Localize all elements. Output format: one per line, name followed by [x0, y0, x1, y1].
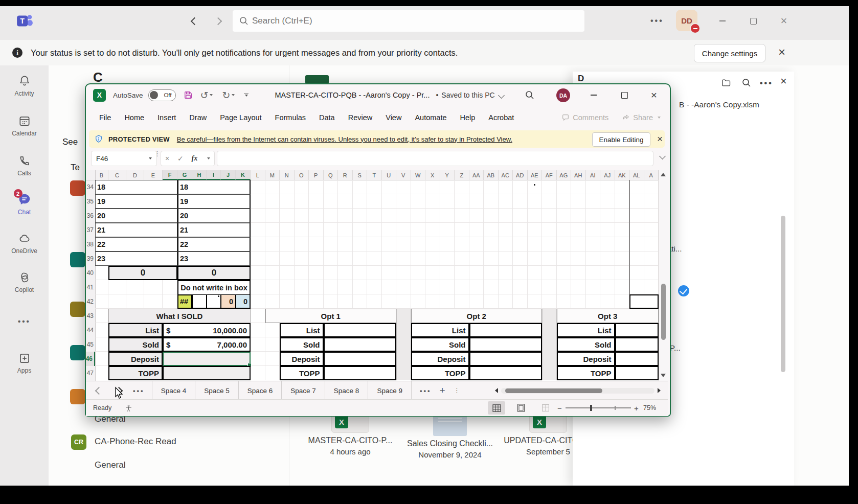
panel-scrollbar[interactable]: [781, 216, 785, 372]
cell-W46[interactable]: Deposit: [411, 352, 469, 366]
cell-N47[interactable]: TOPP: [280, 366, 324, 380]
cancel-icon[interactable]: ×: [165, 154, 169, 163]
column-header-O[interactable]: O: [295, 170, 309, 180]
row-header-44[interactable]: 44: [86, 323, 95, 337]
row-header-37[interactable]: 37: [86, 223, 95, 237]
sheet-menu-handle[interactable]: ⋮: [454, 388, 460, 393]
excel-maximize-button[interactable]: [617, 87, 632, 103]
cell-C46[interactable]: Deposit: [108, 352, 163, 366]
cell-N46[interactable]: Deposit: [280, 352, 324, 366]
sidebar-item-calls[interactable]: Calls: [0, 154, 49, 177]
undo-button[interactable]: ↺: [200, 89, 213, 101]
cell-AL42[interactable]: [629, 294, 659, 309]
column-header-J[interactable]: J: [221, 170, 236, 180]
row-header-42[interactable]: 42: [86, 294, 95, 309]
ribbon-tab-draw[interactable]: Draw: [189, 113, 207, 122]
column-header-AG[interactable]: AG: [557, 170, 572, 180]
name-box-handle[interactable]: ⋮: [154, 152, 161, 156]
panel-close-icon[interactable]: ×: [780, 76, 787, 87]
scroll-down-icon[interactable]: [661, 374, 666, 377]
column-header-I[interactable]: I: [207, 170, 221, 180]
more-options-button[interactable]: •••: [650, 16, 664, 26]
save-icon[interactable]: [183, 90, 193, 100]
name-box[interactable]: F46: [91, 151, 157, 166]
saved-location[interactable]: Saved to this PC: [441, 91, 494, 99]
cell-AK44[interactable]: [615, 323, 659, 337]
cell-AA46[interactable]: [469, 352, 543, 366]
channel-avatar[interactable]: [70, 345, 85, 360]
ribbon-tab-file[interactable]: File: [99, 113, 111, 122]
cell-F46[interactable]: [163, 352, 251, 366]
sidebar-item-chat[interactable]: 2 Chat: [0, 192, 49, 216]
column-header-S[interactable]: S: [353, 170, 368, 180]
chevron-down-icon[interactable]: [207, 157, 210, 159]
row-header-47[interactable]: 47: [86, 366, 95, 380]
ribbon-tab-formulas[interactable]: Formulas: [275, 113, 306, 122]
cell-F47[interactable]: [163, 366, 251, 380]
column-header-AD[interactable]: AD: [513, 170, 528, 180]
cell-G37[interactable]: 21: [177, 223, 251, 237]
column-header-W[interactable]: W: [411, 170, 426, 180]
cell-AK47[interactable]: [615, 366, 659, 380]
cell-AG47[interactable]: TOPP: [557, 366, 615, 380]
ribbon-tab-help[interactable]: Help: [460, 113, 475, 122]
cell-B38[interactable]: 22: [95, 237, 177, 251]
column-header-A[interactable]: A: [644, 170, 659, 180]
cell-C45[interactable]: Sold: [108, 337, 163, 352]
cell-N45[interactable]: Sold: [280, 337, 324, 352]
scroll-left-icon[interactable]: [495, 388, 498, 393]
row-header-39[interactable]: 39: [86, 251, 95, 266]
sidebar-item-copilot[interactable]: Copilot: [0, 271, 49, 293]
add-sheet-button[interactable]: +: [440, 385, 445, 396]
zoom-in-button[interactable]: +: [634, 404, 639, 413]
channel-avatar[interactable]: [70, 252, 85, 267]
sheet-tab-space-9[interactable]: Space 9: [368, 381, 412, 400]
autosave-toggle[interactable]: Off: [148, 89, 176, 101]
share-button[interactable]: Share: [622, 113, 661, 122]
cell-G42[interactable]: ##: [177, 294, 192, 309]
folder-icon[interactable]: [721, 78, 731, 88]
enter-icon[interactable]: ✓: [177, 154, 184, 163]
column-header-T[interactable]: T: [367, 170, 382, 180]
column-header-AL[interactable]: AL: [629, 170, 644, 180]
cell-G41[interactable]: Do not write in box: [177, 280, 251, 294]
sheet-tabs-more-right[interactable]: •••: [420, 387, 432, 395]
column-header-AH[interactable]: AH: [571, 170, 586, 180]
cell-G38[interactable]: 22: [177, 237, 251, 251]
column-header-R[interactable]: R: [338, 170, 353, 180]
cell-G36[interactable]: 20: [177, 209, 251, 223]
redo-button[interactable]: ↻: [222, 89, 235, 101]
row-header-34[interactable]: 34: [86, 180, 95, 194]
ribbon-tab-view[interactable]: View: [386, 113, 401, 122]
ribbon-tab-automate[interactable]: Automate: [415, 113, 446, 122]
cell-J42[interactable]: 0: [221, 294, 236, 309]
list-item[interactable]: CR CA-Phone-Rec Read: [71, 437, 176, 447]
column-header-AA[interactable]: AA: [469, 170, 484, 180]
ribbon-tab-review[interactable]: Review: [348, 113, 373, 122]
column-header-AF[interactable]: AF: [542, 170, 557, 180]
cell-H42[interactable]: [192, 294, 207, 309]
list-item[interactable]: General: [95, 460, 125, 470]
banner-close-icon[interactable]: ×: [778, 46, 785, 58]
cell-W47[interactable]: TOPP: [411, 366, 469, 380]
cell-W45[interactable]: Sold: [411, 337, 469, 352]
sheet-tab-space-7[interactable]: Space 7: [282, 381, 325, 400]
zoom-slider-thumb[interactable]: [590, 405, 592, 411]
row-header-38[interactable]: 38: [86, 237, 95, 251]
zoom-out-button[interactable]: −: [557, 404, 562, 413]
cell-AG44[interactable]: List: [557, 323, 615, 337]
column-header-U[interactable]: U: [382, 170, 397, 180]
nav-back-button[interactable]: [187, 14, 201, 28]
cell-C40[interactable]: 0: [108, 266, 177, 280]
column-header-L[interactable]: L: [251, 170, 265, 180]
row-header-43[interactable]: 43: [86, 309, 95, 323]
cell-C44[interactable]: List: [108, 323, 163, 337]
column-header-G[interactable]: G: [177, 170, 192, 180]
ribbon-tab-data[interactable]: Data: [319, 113, 335, 122]
sidebar-item-onedrive[interactable]: OneDrive: [0, 232, 49, 255]
cell-C47[interactable]: TOPP: [108, 366, 163, 380]
fx-icon[interactable]: fx: [192, 154, 198, 163]
normal-view-button[interactable]: [488, 401, 505, 415]
cell-M43[interactable]: Opt 1: [265, 309, 397, 323]
column-header-P[interactable]: P: [309, 170, 324, 180]
